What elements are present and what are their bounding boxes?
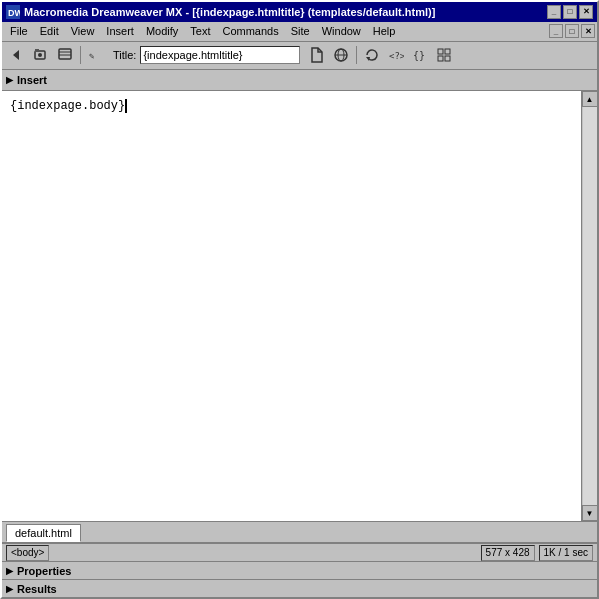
file-icon[interactable] — [306, 44, 328, 66]
menu-file[interactable]: File — [4, 24, 34, 38]
code-button[interactable]: <?> — [385, 44, 407, 66]
editor-area[interactable]: {indexpage.body} — [2, 91, 581, 521]
insert-panel[interactable]: ▶ Insert — [2, 70, 597, 92]
status-bar: <body> 577 x 428 1K / 1 sec — [2, 543, 597, 561]
title-input[interactable] — [140, 46, 300, 64]
back-button[interactable] — [6, 44, 28, 66]
toolbar-separator-1 — [80, 46, 81, 64]
forward-button[interactable] — [30, 44, 52, 66]
bottom-panels: ▶ Properties ▶ Results — [2, 561, 597, 597]
tab-default-html[interactable]: default.html — [6, 524, 81, 542]
svg-marker-10 — [312, 48, 322, 62]
grid-button[interactable] — [433, 44, 455, 66]
results-arrow-icon: ▶ — [6, 584, 13, 594]
menu-edit[interactable]: Edit — [34, 24, 65, 38]
svg-point-4 — [38, 53, 42, 57]
window-title: Macromedia Dreamweaver MX - [{indexpage.… — [24, 6, 435, 18]
editor-content: {indexpage.body} — [10, 99, 125, 113]
scroll-track[interactable] — [583, 107, 597, 505]
svg-text:{}: {} — [413, 50, 425, 61]
svg-text:<?>: <?> — [389, 51, 404, 61]
insert-arrow-icon: ▶ — [6, 75, 13, 85]
dimensions-indicator: 577 x 428 — [481, 545, 535, 561]
svg-rect-18 — [445, 49, 450, 54]
svg-rect-20 — [445, 56, 450, 61]
scroll-down-button[interactable]: ▼ — [582, 505, 598, 521]
menu-insert[interactable]: Insert — [100, 24, 140, 38]
menu-view[interactable]: View — [65, 24, 101, 38]
results-panel[interactable]: ▶ Results — [2, 579, 597, 597]
main-area: {indexpage.body} ▲ ▼ — [2, 91, 597, 521]
size-indicator: 1K / 1 sec — [539, 545, 593, 561]
view-button[interactable] — [54, 44, 76, 66]
menu-help[interactable]: Help — [367, 24, 402, 38]
menu-window[interactable]: Window — [316, 24, 367, 38]
braces-button[interactable]: {} — [409, 44, 431, 66]
svg-text:✎: ✎ — [89, 51, 95, 61]
menu-bar: File Edit View Insert Modify Text Comman… — [2, 22, 597, 42]
svg-marker-14 — [366, 57, 370, 61]
properties-panel[interactable]: ▶ Properties — [2, 561, 597, 579]
menu-site[interactable]: Site — [285, 24, 316, 38]
close-button[interactable]: ✕ — [579, 5, 593, 19]
svg-rect-5 — [35, 49, 39, 52]
insert-label: Insert — [17, 74, 47, 86]
toolbar: ✎ Title: — [2, 42, 597, 70]
refresh-button[interactable] — [361, 44, 383, 66]
menu-text[interactable]: Text — [184, 24, 216, 38]
svg-rect-17 — [438, 49, 443, 54]
scroll-up-button[interactable]: ▲ — [582, 91, 598, 107]
tab-label: default.html — [15, 527, 72, 539]
svg-marker-2 — [13, 50, 19, 60]
menu-commands[interactable]: Commands — [216, 24, 284, 38]
svg-rect-6 — [59, 49, 71, 59]
vertical-scrollbar[interactable]: ▲ ▼ — [581, 91, 597, 521]
title-bar: DW Macromedia Dreamweaver MX - [{indexpa… — [2, 2, 597, 22]
properties-arrow-icon: ▶ — [6, 566, 13, 576]
globe-icon[interactable] — [330, 44, 352, 66]
menu-modify[interactable]: Modify — [140, 24, 184, 38]
properties-label: Properties — [17, 565, 71, 577]
inner-minimize-button[interactable]: _ — [549, 24, 563, 38]
cursor — [125, 99, 127, 113]
code-view-button[interactable]: ✎ — [85, 44, 107, 66]
title-section: Title: — [113, 46, 300, 64]
minimize-button[interactable]: _ — [547, 5, 561, 19]
title-label: Title: — [113, 49, 136, 61]
maximize-button[interactable]: □ — [563, 5, 577, 19]
toolbar-separator-2 — [356, 46, 357, 64]
tag-indicator: <body> — [6, 545, 49, 561]
svg-rect-19 — [438, 56, 443, 61]
app-icon: DW — [6, 5, 20, 19]
results-label: Results — [17, 583, 57, 595]
tab-bar: default.html — [2, 521, 597, 543]
inner-maximize-button[interactable]: □ — [565, 24, 579, 38]
svg-text:DW: DW — [8, 8, 20, 18]
inner-close-button[interactable]: ✕ — [581, 24, 595, 38]
